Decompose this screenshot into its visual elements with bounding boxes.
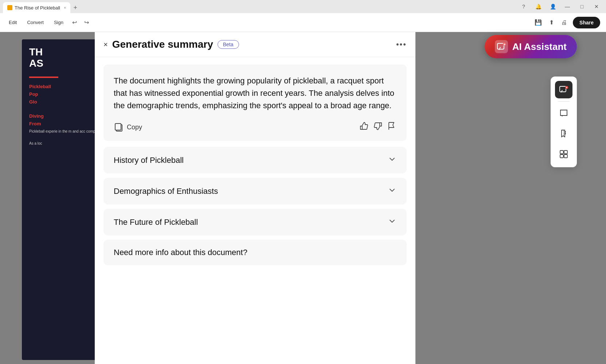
- history-section-title: History of Pickleball: [114, 156, 184, 165]
- svg-point-8: [564, 131, 566, 133]
- tab-bar: The Rise of Pickleball × + ? 🔔 👤 — □ ✕: [0, 0, 606, 13]
- ai-assistant-button[interactable]: ✦ AI Assistant: [485, 35, 577, 58]
- redo-button[interactable]: ↪: [83, 17, 90, 27]
- window-max-button[interactable]: □: [575, 1, 589, 12]
- sidebar-divider-1: [558, 101, 570, 102]
- edit-button[interactable]: Edit: [6, 18, 20, 27]
- sign-button[interactable]: Sign: [51, 18, 66, 27]
- thumbdown-button[interactable]: [373, 121, 383, 133]
- demographics-section: Demographics of Enthusiasts: [103, 178, 407, 204]
- svg-rect-1: [115, 124, 121, 130]
- svg-rect-13: [564, 154, 567, 158]
- window-min-button[interactable]: —: [561, 1, 574, 12]
- summary-actions: Copy: [114, 121, 396, 134]
- feedback-buttons: [359, 121, 396, 133]
- ai-panel-button[interactable]: [555, 81, 572, 98]
- future-section: The Future of Pickleball: [103, 209, 407, 235]
- convert-button[interactable]: Convert: [24, 18, 47, 27]
- new-tab-button[interactable]: +: [70, 2, 80, 13]
- tab-label: The Rise of Pickleball: [15, 5, 60, 11]
- svg-rect-11: [564, 150, 567, 154]
- copy-label: Copy: [127, 124, 142, 131]
- undo-button[interactable]: ↩: [71, 17, 78, 27]
- future-section-title: The Future of Pickleball: [114, 218, 198, 227]
- panel-title: Generative summary: [112, 39, 213, 50]
- app-toolbar: Edit Convert Sign ↩ ↪ 💾 ⬆ 🖨 Share: [0, 13, 606, 32]
- comments-button[interactable]: [555, 105, 572, 122]
- upload-button[interactable]: ⬆: [548, 17, 555, 27]
- history-chevron-icon: [388, 155, 396, 165]
- share-button[interactable]: Share: [573, 17, 600, 28]
- tab-favicon: [7, 5, 12, 10]
- svg-rect-12: [560, 154, 563, 158]
- save-button[interactable]: 💾: [533, 17, 543, 27]
- doc-red-bar: [29, 77, 58, 78]
- copy-icon: [114, 122, 124, 132]
- flag-button[interactable]: [387, 121, 396, 133]
- active-tab[interactable]: The Rise of Pickleball ×: [3, 2, 70, 13]
- bookmarks-button[interactable]: [555, 125, 572, 142]
- summary-card: The document highlights the growing popu…: [103, 64, 407, 141]
- window-avatar-button[interactable]: 👤: [546, 1, 559, 12]
- future-chevron-icon: [388, 217, 396, 227]
- floating-sidebar: [551, 77, 577, 167]
- demographics-section-toggle[interactable]: Demographics of Enthusiasts: [103, 178, 407, 204]
- demographics-section-title: Demographics of Enthusiasts: [114, 187, 218, 196]
- svg-text:✦: ✦: [503, 43, 506, 46]
- thumbup-button[interactable]: [359, 121, 369, 133]
- history-section-toggle[interactable]: History of Pickleball: [103, 147, 407, 173]
- window-controls: ? 🔔 👤 — □ ✕: [517, 0, 606, 13]
- demographics-chevron-icon: [388, 186, 396, 196]
- svg-rect-5: [560, 86, 566, 92]
- history-section: History of Pickleball: [103, 147, 407, 173]
- window-help-button[interactable]: ?: [517, 1, 530, 12]
- ai-assistant-icon: ✦: [495, 40, 508, 53]
- panel-header: × Generative summary Beta •••: [95, 32, 415, 57]
- panel-body: The document highlights the growing popu…: [95, 57, 415, 360]
- tab-close-button[interactable]: ×: [64, 5, 66, 10]
- future-section-toggle[interactable]: The Future of Pickleball: [103, 209, 407, 235]
- ai-assistant-label: AI Assistant: [512, 41, 567, 52]
- generative-summary-panel: × Generative summary Beta ••• The docume…: [95, 32, 415, 364]
- grid-view-button[interactable]: [555, 145, 572, 163]
- info-section: Need more info about this document?: [103, 240, 407, 265]
- window-bell-button[interactable]: 🔔: [532, 1, 545, 12]
- svg-point-9: [564, 133, 566, 134]
- window-close-button[interactable]: ✕: [590, 1, 603, 12]
- beta-badge: Beta: [218, 40, 239, 49]
- info-text: Need more info about this document?: [114, 248, 247, 257]
- copy-button[interactable]: Copy: [114, 121, 356, 134]
- print-button[interactable]: 🖨: [560, 18, 568, 27]
- svg-rect-10: [560, 150, 563, 154]
- panel-more-button[interactable]: •••: [396, 40, 407, 49]
- summary-text: The document highlights the growing popu…: [114, 75, 396, 112]
- panel-close-button[interactable]: ×: [103, 41, 108, 48]
